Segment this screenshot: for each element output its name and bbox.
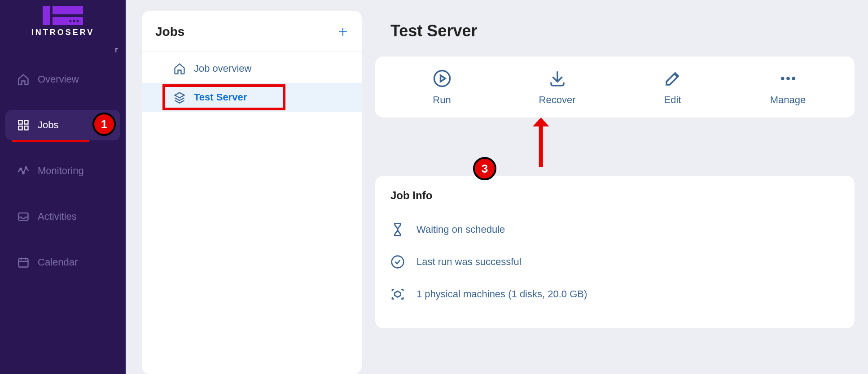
svg-rect-9 — [24, 126, 28, 130]
job-info-card: Job Info Waiting on schedule Last run wa… — [375, 176, 855, 328]
sidebar-item-jobs[interactable]: Jobs 1 — [5, 110, 120, 140]
action-label: Manage — [770, 94, 806, 106]
jobs-title: Jobs — [155, 25, 184, 39]
inbox-icon — [17, 210, 30, 223]
action-edit[interactable]: Edit — [644, 69, 702, 106]
action-label: Run — [433, 94, 451, 106]
plus-icon — [338, 26, 348, 37]
main-content: Jobs Job overview Test Server — [126, 0, 868, 374]
svg-rect-8 — [19, 126, 22, 130]
sidebar-item-calendar[interactable]: Calendar — [0, 247, 126, 278]
svg-point-3 — [77, 20, 79, 22]
svg-point-24 — [780, 77, 784, 80]
action-recover[interactable]: Recover — [528, 69, 587, 106]
annotation-underline — [12, 140, 89, 142]
svg-point-21 — [434, 71, 450, 87]
svg-rect-7 — [24, 121, 28, 124]
monitoring-icon — [17, 165, 30, 177]
action-bar: Run Recover Edit Manage — [375, 57, 855, 117]
svg-marker-20 — [175, 93, 184, 98]
svg-point-5 — [70, 20, 72, 22]
more-icon — [779, 69, 798, 88]
job-item-overview[interactable]: Job overview — [142, 54, 362, 83]
sidebar-item-label: Calendar — [38, 257, 78, 268]
sidebar-item-monitoring[interactable]: Monitoring — [0, 156, 126, 186]
sidebar: INTROSERV ┏ Overview Jobs 1 Monitoring — [0, 0, 126, 374]
logo-icon — [43, 6, 83, 25]
home-icon — [173, 62, 186, 75]
info-status-text: Waiting on schedule — [416, 224, 505, 235]
sidebar-item-label: Jobs — [38, 119, 58, 131]
play-circle-icon — [433, 69, 452, 88]
job-item-label: Test Server — [194, 91, 247, 103]
home-icon — [17, 73, 30, 86]
svg-rect-14 — [19, 259, 28, 267]
detail-panel: Test Server Run Recover Edit — [375, 11, 855, 374]
sidebar-item-label: Overview — [38, 74, 79, 85]
job-item-test-server[interactable]: Test Server 2 — [142, 83, 362, 112]
sidebar-item-overview[interactable]: Overview — [0, 64, 126, 95]
brand-logo: INTROSERV — [0, 6, 126, 37]
sidebar-item-label: Monitoring — [38, 165, 84, 177]
jobs-header: Jobs — [142, 11, 362, 52]
svg-rect-0 — [43, 6, 50, 25]
svg-rect-6 — [19, 121, 22, 124]
download-icon — [548, 69, 567, 88]
job-info-heading: Job Info — [390, 189, 839, 202]
calendar-icon — [17, 256, 30, 269]
brand-name: INTROSERV — [31, 28, 95, 37]
svg-point-25 — [786, 77, 790, 80]
sidebar-item-activities[interactable]: Activities — [0, 201, 126, 232]
job-item-label: Job overview — [194, 63, 251, 74]
svg-point-4 — [73, 20, 75, 22]
add-job-button[interactable] — [338, 24, 348, 39]
svg-marker-22 — [440, 75, 445, 82]
svg-rect-1 — [53, 6, 83, 14]
annotation-arrow: 3 — [375, 117, 855, 171]
layers-icon — [173, 91, 186, 104]
cube-scan-icon — [390, 287, 405, 301]
info-row-machines: 1 physical machines (1 disks, 20.0 GB) — [390, 278, 839, 310]
edit-icon — [663, 69, 682, 88]
jobs-list: Job overview Test Server 2 — [142, 52, 362, 112]
action-label: Edit — [664, 94, 681, 106]
grid-icon — [17, 119, 30, 131]
svg-point-29 — [392, 256, 404, 268]
action-label: Recover — [539, 94, 576, 106]
info-row-lastrun: Last run was successful — [390, 246, 839, 278]
collapse-icon[interactable]: ┏ — [114, 45, 118, 52]
sidebar-nav: Overview Jobs 1 Monitoring Activities — [0, 55, 126, 278]
info-machines-text: 1 physical machines (1 disks, 20.0 GB) — [416, 288, 587, 300]
info-lastrun-text: Last run was successful — [416, 256, 522, 268]
detail-title: Test Server — [375, 11, 855, 57]
hourglass-icon — [390, 222, 405, 237]
sidebar-item-label: Activities — [38, 211, 77, 222]
info-row-status: Waiting on schedule — [390, 213, 839, 246]
jobs-panel: Jobs Job overview Test Server — [142, 11, 362, 374]
action-run[interactable]: Run — [413, 69, 471, 106]
action-manage[interactable]: Manage — [759, 69, 817, 106]
check-circle-icon — [390, 255, 405, 269]
svg-marker-28 — [533, 117, 549, 126]
svg-point-26 — [792, 77, 795, 80]
annotation-badge-1: 1 — [92, 113, 116, 136]
